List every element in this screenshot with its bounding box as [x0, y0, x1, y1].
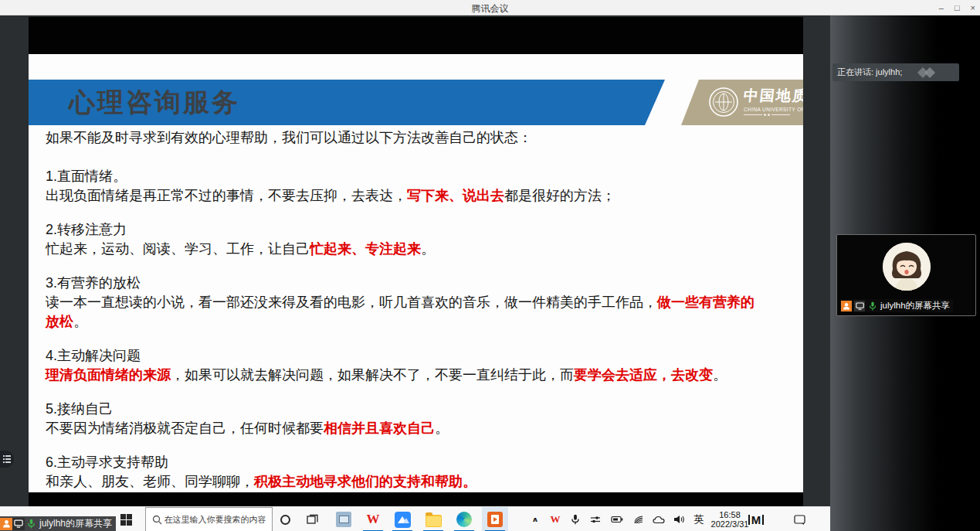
tray-network-item[interactable]	[629, 507, 649, 531]
taskbar-app-file-explorer[interactable]	[420, 507, 446, 531]
window-titlebar: 腾讯会议 – □ ×	[0, 0, 980, 15]
edge-browser-icon	[456, 512, 472, 527]
meeting-logo-watermark-icon	[916, 67, 942, 78]
notification-icon	[794, 515, 805, 525]
cortana-icon	[280, 515, 290, 525]
tray-audio-mixer-item[interactable]	[585, 507, 605, 531]
sliders-icon	[590, 515, 601, 524]
tray-battery-item[interactable]	[607, 507, 627, 531]
slide-section: 2.转移注意力忙起来，运动、阅读、学习、工作，让自己忙起来、专注起来。	[46, 220, 758, 259]
slide-title-banner: 心理咨询服务 中国地质大学 CHINA UNIVERSITY OF GEOSCI…	[29, 80, 803, 125]
section-heading: 2.转移注意力	[46, 220, 758, 240]
tray-wps-item[interactable]: W	[545, 507, 565, 531]
maximize-icon[interactable]: □	[955, 0, 960, 15]
task-view-icon	[307, 514, 318, 525]
host-person-icon	[841, 301, 852, 311]
body-text: 不要因为情绪消极就否定自己，任何时候都要	[46, 420, 324, 436]
search-input[interactable]	[164, 515, 266, 524]
university-name-en: CHINA UNIVERSITY OF GEOSCIENCES	[744, 107, 803, 112]
slide-section: 4.主动解决问题理清负面情绪的来源，如果可以就去解决问题，如果解决不了，不要一直…	[46, 346, 758, 385]
battery-icon	[611, 516, 623, 523]
tencent-meeting-icon	[395, 512, 411, 528]
body-text: 。	[713, 367, 727, 383]
thumbnail-share-label: julylhh的屏幕共享	[880, 300, 950, 311]
presentation-app-icon	[487, 512, 503, 527]
section-heading: 4.主动解决问题	[46, 346, 758, 366]
body-text: 都是很好的方法；	[504, 188, 615, 203]
section-body: 读一本一直想读的小说，看一部还没来得及看的电影，听几首喜欢的音乐，做一件精美的手…	[46, 293, 758, 332]
close-icon[interactable]: ×	[971, 0, 975, 15]
microphone-on-icon	[25, 518, 37, 530]
taskbar-app-wps-office[interactable]: W	[360, 507, 386, 531]
slide-sections: 1.直面情绪。出现负面情绪是再正常不过的事情，不要去压抑，去表达，写下来、说出去…	[46, 167, 758, 492]
wps-tray-icon: W	[551, 513, 561, 526]
university-logo-banner: 中国地质大学 CHINA UNIVERSITY OF GEOSCIENCES	[653, 80, 803, 125]
university-name-block: 中国地质大学 CHINA UNIVERSITY OF GEOSCIENCES	[744, 86, 803, 116]
highlighted-text: 积极主动地寻求他们的支持和帮助。	[254, 474, 476, 489]
taskbar-search[interactable]	[145, 507, 273, 531]
speaker-icon	[673, 515, 685, 524]
microphone-tray-icon	[571, 514, 580, 525]
screen-share-status-overlay: julylhh的屏幕共享	[0, 516, 116, 531]
taskbar-app-edge[interactable]	[451, 507, 477, 531]
shared-screen-stage: 心理咨询服务 中国地质大学 CHINA UNIVERSITY OF GEOSCI…	[0, 15, 830, 531]
taskbar-app-contacts[interactable]	[331, 507, 357, 531]
section-heading: 3.有营养的放松	[46, 274, 758, 293]
ime-m-icon: M	[748, 515, 765, 525]
tray-hidden-icons-button[interactable]: ∧	[525, 507, 545, 531]
taskbar-app-wps-presentation[interactable]	[482, 507, 508, 531]
highlighted-text: 写下来、说出去	[407, 188, 504, 203]
section-body: 不要因为情绪消极就否定自己，任何时候都要相信并且喜欢自己。	[46, 419, 758, 438]
slide-section: 6.主动寻求支持帮助和亲人、朋友、老师、同学聊聊，积极主动地寻求他们的支持和帮助…	[46, 453, 758, 492]
windows-logo-icon	[120, 514, 132, 526]
university-name-cn: 中国地质大学	[743, 86, 803, 106]
highlighted-text: 忙起来、专注起来	[310, 241, 421, 257]
slide-section: 3.有营养的放松读一本一直想读的小说，看一部还没来得及看的电影，听几首喜欢的音乐…	[46, 274, 758, 332]
participant-video-thumbnail[interactable]: julylhh的屏幕共享	[836, 234, 976, 316]
body-text: 。	[435, 420, 449, 436]
section-heading: 5.接纳自己	[46, 400, 758, 419]
ime-language-label: 英	[694, 512, 704, 526]
section-body: 忙起来，运动、阅读、学习、工作，让自己忙起来、专注起来。	[46, 240, 758, 259]
active-speaker-label: 正在讲话: julylhh;	[832, 66, 902, 78]
slide-content: 如果不能及时寻求到有效的心理帮助，我们可以通过以下方法改善自己的状态： 1.直面…	[46, 128, 758, 492]
active-speaker-indicator: 正在讲话: julylhh;	[832, 63, 959, 81]
action-center-button[interactable]	[786, 507, 812, 531]
section-body: 理清负面情绪的来源，如果可以就去解决问题，如果解决不了，不要一直纠结于此，而要学…	[46, 366, 758, 385]
body-text: 忙起来，运动、阅读、学习、工作，让自己	[46, 241, 310, 257]
window-title: 腾讯会议	[0, 2, 980, 15]
cortana-button[interactable]	[274, 507, 296, 531]
presentation-slide: 心理咨询服务 中国地质大学 CHINA UNIVERSITY OF GEOSCI…	[29, 54, 803, 492]
section-body: 出现负面情绪是再正常不过的事情，不要去压抑，去表达，写下来、说出去都是很好的方法…	[46, 186, 758, 206]
sidebar-toggle-button[interactable]	[0, 451, 14, 468]
taskbar-app-tencent-meeting[interactable]	[389, 507, 415, 531]
highlighted-text: 相信并且喜欢自己	[324, 420, 435, 436]
file-explorer-icon	[426, 515, 442, 527]
slide-bottom-black-bar	[29, 492, 803, 507]
cloud-icon	[653, 516, 665, 524]
tray-cloud-item[interactable]	[649, 507, 669, 531]
body-text: 。	[421, 241, 435, 257]
task-view-button[interactable]	[301, 507, 323, 531]
thumbnail-status-row: julylhh的屏幕共享	[840, 299, 953, 312]
highlighted-text: 理清负面情绪的来源	[46, 367, 171, 383]
contacts-app-icon	[336, 512, 351, 527]
tray-microphone-item[interactable]	[565, 507, 585, 531]
screen-share-icon	[12, 518, 25, 530]
tray-ime-toolbar[interactable]: M	[743, 507, 769, 531]
screen-share-icon	[854, 301, 865, 311]
slide-section: 5.接纳自己不要因为情绪消极就否定自己，任何时候都要相信并且喜欢自己。	[46, 400, 758, 438]
body-text: 出现负面情绪是再正常不过的事情，不要去压抑，去表达，	[46, 188, 407, 203]
host-person-icon	[0, 518, 12, 530]
body-text: 和亲人、朋友、老师、同学聊聊，	[46, 474, 254, 489]
slide-section: 1.直面情绪。出现负面情绪是再正常不过的事情，不要去压抑，去表达，写下来、说出去…	[46, 167, 758, 206]
tray-ime-language[interactable]: 英	[689, 507, 709, 531]
windows-taskbar: W ∧ W	[0, 506, 830, 531]
participant-avatar	[883, 243, 931, 291]
section-heading: 1.直面情绪。	[46, 167, 758, 186]
minimize-icon[interactable]: –	[939, 0, 944, 15]
start-button[interactable]	[114, 507, 137, 531]
body-text: 。	[73, 314, 87, 329]
list-icon	[3, 455, 11, 463]
tray-volume-item[interactable]	[669, 507, 689, 531]
